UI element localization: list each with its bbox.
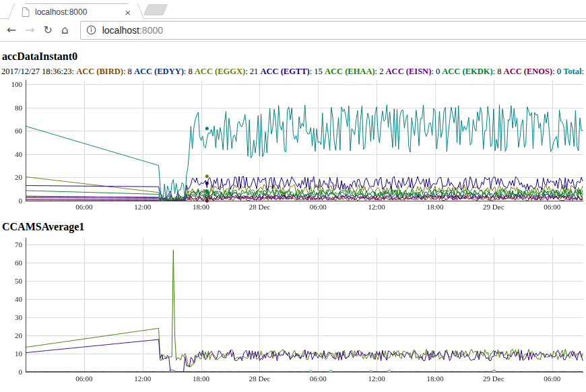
legend-item: ACC (EHAA): 2 bbox=[325, 67, 386, 76]
chart1-canvas[interactable] bbox=[0, 80, 586, 215]
legend-item: ACC (BIRD): 8 bbox=[76, 67, 134, 76]
back-icon[interactable]: ← bbox=[7, 24, 16, 36]
legend-item: ACC (EDYY): 8 bbox=[134, 67, 195, 76]
chart1-legend: 2017/12/27 18:36:23: ACC (BIRD): 8 ACC (… bbox=[1, 67, 586, 77]
browser-window: localhost:8000 × ← → ↻ ⌂ localhost:8000 … bbox=[0, 0, 586, 392]
legend-item: ACC (ENOS): 0 bbox=[504, 67, 564, 76]
browser-tab[interactable]: localhost:8000 × bbox=[16, 3, 136, 20]
tab-close-icon[interactable]: × bbox=[121, 7, 135, 18]
browser-toolbar: ← → ↻ ⌂ localhost:8000 bbox=[0, 19, 586, 42]
tab-strip: localhost:8000 × bbox=[0, 0, 586, 19]
legend-item: Total: 62 bbox=[563, 67, 586, 76]
chart2-canvas[interactable] bbox=[0, 235, 586, 387]
legend-item: ACC (EGGX): 21 bbox=[195, 67, 261, 76]
address-bar[interactable]: localhost:8000 bbox=[80, 21, 586, 40]
url-text: localhost:8000 bbox=[102, 25, 163, 36]
legend-item: ACC (EKDK): 8 bbox=[442, 67, 503, 76]
tab-title: localhost:8000 bbox=[35, 7, 121, 17]
reload-icon[interactable]: ↻ bbox=[44, 24, 53, 36]
page-content: accDataInstant0 2017/12/27 18:36:23: ACC… bbox=[0, 51, 586, 387]
legend-item: ACC (EGTT): 15 bbox=[260, 67, 325, 76]
chart1-title: accDataInstant0 bbox=[2, 51, 586, 63]
legend-timestamp: 2017/12/27 18:36:23: bbox=[1, 67, 76, 76]
home-icon[interactable]: ⌂ bbox=[61, 24, 69, 36]
url-port: :8000 bbox=[139, 25, 163, 36]
chart2-title: CCAMSAverage1 bbox=[2, 221, 586, 233]
new-tab-button[interactable] bbox=[143, 4, 168, 15]
page-favicon-icon bbox=[22, 7, 30, 17]
info-icon[interactable] bbox=[86, 25, 96, 35]
forward-icon[interactable]: → bbox=[25, 24, 34, 36]
legend-item: ACC (EISN): 0 bbox=[386, 67, 443, 76]
url-host: localhost bbox=[102, 25, 139, 36]
